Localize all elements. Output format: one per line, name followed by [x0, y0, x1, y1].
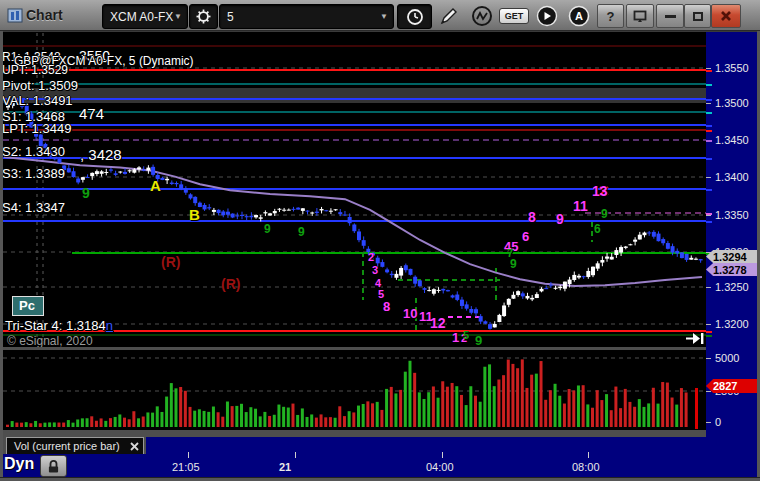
time-template-button[interactable] — [397, 4, 432, 29]
price-axis-label: 1.3550 — [715, 62, 749, 74]
wave-annotation: 2 — [368, 251, 374, 263]
price-axis-label: 1.3350 — [715, 209, 749, 221]
axis-tick — [706, 358, 711, 359]
pivot-label: , 3428 — [80, 146, 122, 163]
play-replay-button[interactable] — [533, 4, 560, 27]
pc-badge-label: Pc — [19, 298, 35, 313]
minimize-button[interactable] — [656, 4, 684, 28]
auto-annotation-button[interactable]: A — [565, 4, 592, 27]
volume-pane[interactable] — [3, 350, 706, 430]
axis-tick-colored — [706, 125, 712, 127]
copyright-label: © eSignal, 2020 — [7, 334, 93, 347]
axis-tick-colored — [706, 99, 712, 101]
lock-icon — [47, 459, 60, 473]
close-button[interactable] — [711, 4, 741, 28]
axis-tick — [706, 68, 711, 69]
axis-tick-colored — [706, 189, 712, 191]
help-button[interactable]: ? — [597, 4, 624, 28]
wave-annotation: 9 — [510, 257, 517, 271]
tab-volume-study[interactable]: Vol (current price bar) — [6, 437, 144, 454]
time-tick — [295, 452, 296, 458]
axis-tick — [706, 103, 711, 104]
close-icon — [720, 10, 732, 22]
popout-icon — [633, 10, 647, 23]
axis-tick-colored — [706, 140, 712, 142]
time-axis-label: 21 — [279, 461, 291, 473]
wave-annotation: (R) — [221, 276, 240, 292]
get-data-button[interactable]: GET — [499, 8, 529, 24]
price-axis[interactable]: 1.35501.35001.34501.34001.33501.33001.32… — [706, 32, 757, 477]
price-badge: 1.3294 — [706, 250, 757, 263]
chart-window-icon — [7, 8, 23, 23]
clock-icon — [406, 8, 424, 26]
pencil-icon — [439, 6, 459, 26]
axis-tick-colored — [706, 221, 712, 223]
draw-tool-button[interactable] — [436, 4, 462, 27]
time-axis-label: 04:00 — [426, 461, 454, 473]
wave-annotation: 6 — [594, 222, 601, 236]
axis-tick-colored — [706, 335, 712, 337]
symbol-combo-value: XCM A0-FX — [103, 10, 174, 24]
pivot-label: S4: 1.3347 — [3, 200, 65, 215]
time-axis-label: 21:05 — [172, 461, 200, 473]
wave-annotation: 9 — [298, 225, 305, 239]
volume-plot — [3, 350, 706, 430]
title-bar: Chart XCM A0-FX ▼ 5 ▼ — [0, 0, 760, 31]
pivot-label: S2: 1.3430 — [3, 144, 65, 159]
maximize-button[interactable] — [684, 4, 711, 28]
close-tab-icon[interactable] — [130, 442, 139, 451]
wave-annotation: 9 — [601, 207, 608, 221]
popout-button[interactable] — [626, 4, 654, 28]
wave-annotation: 9 — [82, 185, 90, 201]
price-axis-label: 1.3500 — [715, 97, 749, 109]
axis-tick — [706, 391, 711, 392]
pivot-label: VAL: 1.3491 — [3, 93, 73, 108]
time-axis-label: 08:00 — [572, 461, 600, 473]
time-tick — [442, 452, 443, 458]
axis-tick-colored — [706, 112, 712, 114]
price-pane[interactable]: R1: 1.35483550GBP@FXCM A0-FX, 5 (Dynamic… — [3, 32, 706, 347]
pivot-label: 474 — [79, 105, 104, 122]
tab-label: Vol (current price bar) — [14, 440, 130, 452]
wave-annotation: B — [189, 206, 200, 223]
wave-annotation: 13 — [592, 183, 608, 199]
chrome-strip — [3, 430, 706, 437]
go-to-latest-button[interactable] — [685, 332, 704, 345]
price-axis-label: 1.3250 — [715, 281, 749, 293]
pc-study-badge[interactable]: Pc — [12, 296, 44, 316]
wave-annotation: 1 — [452, 330, 459, 345]
pivot-label: UPT: 1.3529 — [3, 63, 68, 77]
wave-annotation: 10 — [403, 306, 417, 321]
axis-tick — [706, 215, 711, 216]
wave-annotation: 9 — [475, 333, 482, 347]
volume-badge: 2827 — [706, 379, 757, 393]
axis-tick — [706, 422, 711, 423]
window-title: Chart — [26, 7, 63, 23]
volume-axis-label: 5000 — [715, 352, 739, 364]
play-icon — [536, 5, 558, 27]
tristar-label: Tri-Star 4: 1.3184n — [5, 318, 113, 333]
minimize-icon — [665, 15, 676, 18]
wave-annotation: A — [150, 177, 161, 194]
lock-button[interactable] — [40, 455, 67, 477]
interval-combo-value: 5 — [220, 10, 380, 24]
studies-button[interactable] — [468, 4, 496, 27]
wave-annotation: 7 — [507, 247, 513, 259]
chevron-down-icon: ▼ — [380, 12, 393, 21]
wave-annotation: 5 — [463, 329, 469, 341]
esignal-chart-window: { "titlebar": { "title": "Chart", "symbo… — [0, 0, 760, 481]
wave-annotation: (R) — [161, 254, 180, 270]
letter-a-icon: A — [568, 5, 590, 27]
symbol-combo[interactable]: XCM A0-FX ▼ — [102, 4, 188, 29]
interval-combo[interactable]: 5 ▼ — [219, 4, 394, 29]
wave-annotation: 6 — [522, 229, 529, 244]
wave-annotation: 9 — [264, 222, 271, 236]
axis-tick-colored — [706, 130, 712, 132]
axis-tick — [706, 287, 711, 288]
axis-tick-colored — [706, 84, 712, 86]
zigzag-study-icon — [471, 5, 493, 27]
symbol-settings-button[interactable] — [189, 4, 218, 29]
wave-annotation: 11 — [573, 198, 588, 214]
axis-tick-colored — [706, 70, 712, 72]
price-axis-label: 1.3400 — [715, 171, 749, 183]
